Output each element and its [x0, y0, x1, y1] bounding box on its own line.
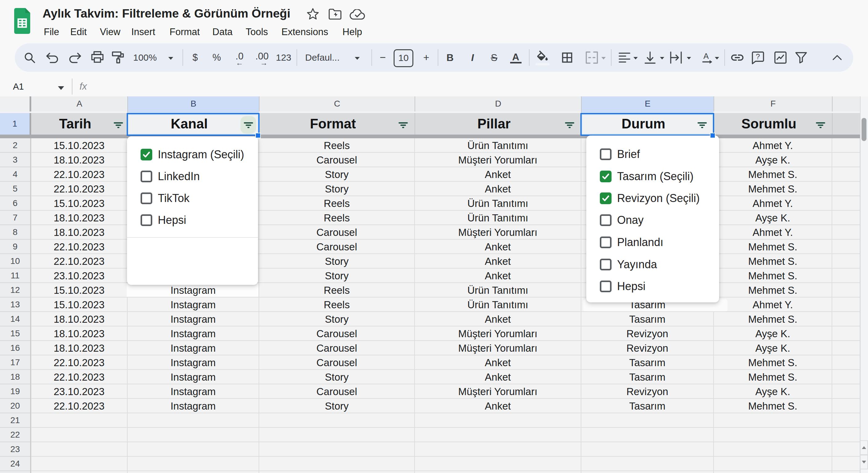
- svg-text:A: A: [704, 52, 709, 61]
- svg-text:?: ?: [756, 53, 760, 61]
